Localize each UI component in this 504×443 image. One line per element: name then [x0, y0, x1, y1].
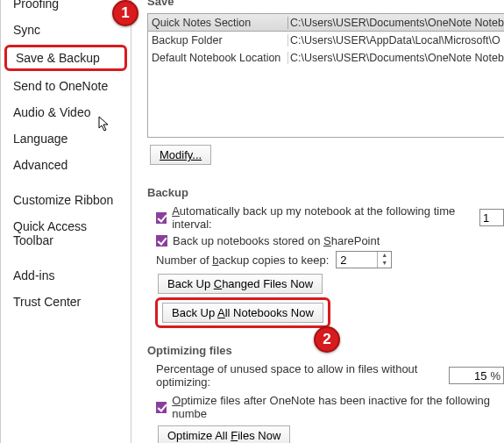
table-cell-path: C:\Users\USER\Documents\OneNote Noteb	[288, 52, 504, 64]
sidebar-item-language[interactable]: Language	[1, 125, 131, 152]
stepper-up-icon[interactable]: ▲	[378, 252, 391, 260]
sharepoint-backup-label: Back up notebooks stored on SharePoint	[173, 234, 380, 247]
auto-backup-checkbox[interactable]	[156, 212, 167, 224]
sidebar-item-proofing[interactable]: Proofing	[1, 0, 131, 17]
sidebar-item-advanced[interactable]: Advanced	[1, 152, 131, 178]
optimize-inactive-label: Optimize files after OneNote has been in…	[172, 394, 504, 420]
table-header-row[interactable]: Quick Notes Section C:\Users\USER\Docume…	[148, 14, 504, 32]
stepper-buttons[interactable]: ▲ ▼	[377, 252, 391, 268]
backup-all-highlight: Back Up All Notebooks Now	[155, 297, 330, 328]
sidebar-item-sync[interactable]: Sync	[1, 17, 131, 43]
table-row[interactable]: Default Notebook Location C:\Users\USER\…	[148, 49, 504, 67]
annotation-badge-2: 2	[314, 326, 340, 353]
backup-copies-stepper[interactable]: ▲ ▼	[336, 251, 392, 268]
table-row[interactable]: Backup Folder C:\Users\USER\AppData\Loca…	[148, 32, 504, 49]
sidebar-item-audio-video[interactable]: Audio & Video	[1, 99, 131, 125]
table-cell-name: Backup Folder	[148, 34, 288, 46]
table-cell-name: Default Notebook Location	[148, 52, 288, 64]
optimize-percentage-input[interactable]	[450, 369, 490, 382]
optimize-percentage-label: Percentage of unused space to allow in f…	[156, 362, 442, 389]
modify-button-label: Modify...	[160, 148, 202, 161]
annotation-badge-1: 1	[112, 0, 138, 26]
sidebar-item-trust-center[interactable]: Trust Center	[1, 289, 131, 315]
options-content: Save Quick Notes Section C:\Users\USER\D…	[131, 0, 504, 443]
backup-copies-label: Number of backup copies to keep:	[156, 254, 329, 267]
auto-backup-label: Automatically back up my notebook at the…	[172, 204, 474, 231]
modify-button[interactable]: Modify...	[150, 145, 211, 165]
options-sidebar: Proofing Sync Save & Backup Send to OneN…	[0, 0, 131, 443]
sidebar-item-quick-access-toolbar[interactable]: Quick Access Toolbar	[1, 213, 131, 254]
stepper-down-icon[interactable]: ▼	[378, 260, 391, 268]
backup-section-title: Backup	[147, 186, 504, 199]
save-section-title: Save	[147, 0, 504, 8]
percent-suffix: %	[490, 369, 500, 382]
sidebar-item-add-ins[interactable]: Add-ins	[1, 262, 131, 289]
backup-changed-button[interactable]: Back Up Changed Files Now	[158, 274, 323, 294]
sidebar-item-send-to-onenote[interactable]: Send to OneNote	[1, 73, 131, 99]
optimize-all-button[interactable]: Optimize All Files Now	[158, 425, 290, 443]
table-cell-path: C:\Users\USER\AppData\Local\Microsoft\O	[288, 34, 504, 46]
sharepoint-backup-checkbox[interactable]	[156, 235, 167, 247]
table-header-path: C:\Users\USER\Documents\OneNote Noteb	[288, 17, 504, 29]
backup-copies-input[interactable]	[337, 254, 377, 267]
table-header-name: Quick Notes Section	[148, 17, 288, 29]
save-paths-table[interactable]: Quick Notes Section C:\Users\USER\Docume…	[147, 13, 504, 138]
optimize-percentage-input-wrap[interactable]: %	[449, 367, 504, 384]
optimize-inactive-checkbox[interactable]	[156, 402, 167, 413]
sidebar-item-customize-ribbon[interactable]: Customize Ribbon	[1, 187, 131, 213]
backup-interval-input[interactable]	[479, 209, 504, 226]
sidebar-item-save-backup[interactable]: Save & Backup	[4, 45, 127, 71]
backup-all-button[interactable]: Back Up All Notebooks Now	[162, 303, 323, 323]
